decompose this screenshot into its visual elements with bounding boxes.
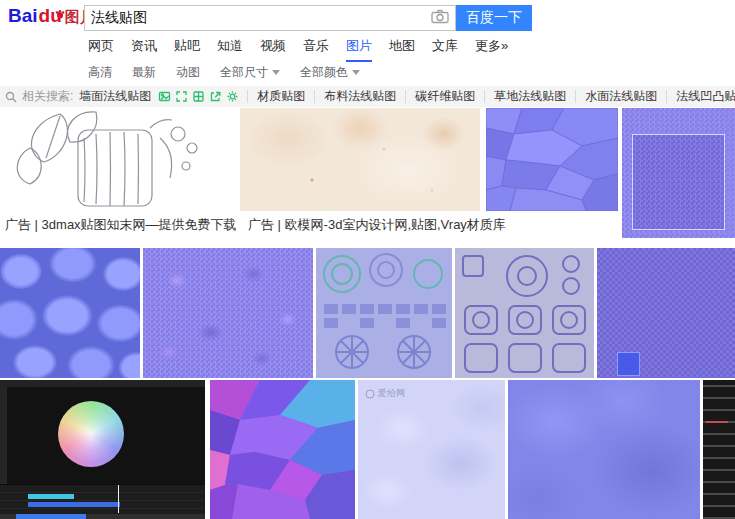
timeline-scrollbar bbox=[0, 514, 205, 519]
ad-caption[interactable]: 广告 | 3dmax贴图知末网—提供免费下载 bbox=[5, 216, 237, 234]
baidu-logo[interactable]: Bai du 图片 bbox=[8, 5, 95, 27]
timeline-clip-blue bbox=[28, 502, 120, 507]
filter-gif-label: 动图 bbox=[176, 64, 200, 81]
framed-inner-region bbox=[632, 134, 725, 230]
tile-mechanical-normal-map[interactable] bbox=[455, 248, 594, 378]
tab-more[interactable]: 更多» bbox=[475, 37, 508, 62]
tile-sketch-lineart-ad[interactable] bbox=[0, 108, 233, 211]
share-icon[interactable] bbox=[209, 90, 222, 103]
tile-periwinkle-normal-map[interactable] bbox=[508, 380, 700, 519]
filter-size-dropdown[interactable]: 全部尺寸 bbox=[220, 64, 280, 81]
filter-color-label: 全部颜色 bbox=[300, 64, 348, 81]
filter-newest-label: 最新 bbox=[132, 64, 156, 81]
related-search-bar: 相关搜索: 墙面法线贴图 材质贴图 布料法线贴图 碳纤维贴图 草地法线贴图 水面… bbox=[0, 86, 735, 107]
filter-hd-label: 高清 bbox=[88, 64, 112, 81]
image-icon[interactable] bbox=[158, 90, 171, 103]
editor-menubar bbox=[0, 380, 205, 387]
editor-viewport bbox=[0, 387, 205, 485]
settings-icon[interactable] bbox=[226, 90, 239, 103]
filter-gif[interactable]: 动图 bbox=[176, 64, 200, 81]
caret-down-icon bbox=[272, 70, 280, 75]
tab-zhidao[interactable]: 知道 bbox=[217, 37, 243, 62]
tab-wenku[interactable]: 文库 bbox=[432, 37, 458, 62]
tab-webpage[interactable]: 网页 bbox=[88, 37, 114, 62]
related-chip[interactable]: 草地法线贴图 bbox=[484, 90, 575, 103]
crystal-facets bbox=[210, 380, 355, 519]
voronoi-facets bbox=[486, 108, 618, 211]
tile-dark-settings-strip[interactable] bbox=[703, 380, 735, 519]
watermark: 爱给网 bbox=[365, 387, 405, 400]
image-filter-bar: 高清 最新 动图 全部尺寸 全部颜色 bbox=[88, 64, 360, 81]
tile-voronoi-normal-map[interactable] bbox=[486, 108, 618, 211]
related-chip[interactable]: 材质贴图 bbox=[247, 90, 314, 103]
mechanical-shapes bbox=[455, 248, 594, 378]
filter-newest[interactable]: 最新 bbox=[132, 64, 156, 81]
baidu-paw-icon bbox=[55, 2, 65, 24]
tile-rock-normal-map[interactable] bbox=[143, 248, 313, 378]
related-chip[interactable]: 水面法线贴图 bbox=[575, 90, 666, 103]
related-primary-term[interactable]: 墙面法线贴图 bbox=[79, 88, 151, 105]
ad-caption[interactable]: 广告 | 欧模网-3d室内设计网,贴图,Vray材质库 bbox=[248, 216, 506, 234]
related-chip[interactable]: 碳纤维贴图 bbox=[405, 90, 484, 103]
blue-square-patch bbox=[617, 352, 640, 376]
search-submit-button[interactable]: 百度一下 bbox=[456, 5, 532, 31]
tab-maps[interactable]: 地图 bbox=[389, 37, 415, 62]
watermark-logo-icon bbox=[365, 389, 375, 399]
tile-carved-panel-normal-map[interactable] bbox=[316, 248, 452, 378]
tile-marble-texture-ad[interactable] bbox=[240, 108, 480, 211]
tab-images-active[interactable]: 图片 bbox=[346, 37, 372, 62]
filter-hd[interactable]: 高清 bbox=[88, 64, 112, 81]
logo-part-du: du bbox=[39, 5, 62, 27]
timeline-clip-cyan bbox=[28, 494, 74, 499]
baidu-image-search-page: Bai du 图片 百度一下 网页 资讯 贴吧 知道 视频 音乐 图片 地图 文… bbox=[0, 0, 735, 519]
related-search-label: 相关搜索: bbox=[22, 88, 73, 105]
tile-cell-normal-map[interactable] bbox=[0, 248, 140, 378]
magnifier-icon bbox=[5, 91, 17, 103]
timeline-scroll-thumb bbox=[16, 514, 86, 519]
tile-video-editor-normal-sphere[interactable] bbox=[0, 380, 205, 519]
caret-down-icon bbox=[352, 70, 360, 75]
filter-color-dropdown[interactable]: 全部颜色 bbox=[300, 64, 360, 81]
grid-icon[interactable] bbox=[192, 90, 205, 103]
timeline-playhead bbox=[118, 485, 119, 513]
sketch-drawing bbox=[0, 108, 233, 211]
search-box bbox=[84, 5, 456, 31]
filter-size-label: 全部尺寸 bbox=[220, 64, 268, 81]
red-text-line bbox=[706, 421, 728, 423]
tile-framed-noise-normal-map[interactable] bbox=[622, 108, 735, 238]
tab-news[interactable]: 资讯 bbox=[131, 37, 157, 62]
vertical-nav-tabs: 网页 资讯 贴吧 知道 视频 音乐 图片 地图 文库 更多» bbox=[88, 37, 508, 62]
carved-panel-shapes bbox=[316, 248, 452, 378]
logo-part-bai: Bai bbox=[8, 5, 38, 27]
tab-tieba[interactable]: 贴吧 bbox=[174, 37, 200, 62]
related-chip[interactable]: 布料法线贴图 bbox=[314, 90, 405, 103]
related-chip[interactable]: 法线凹凸贴图 bbox=[666, 90, 735, 103]
tab-video[interactable]: 视频 bbox=[260, 37, 286, 62]
tile-rough-normal-map[interactable] bbox=[597, 248, 735, 378]
editor-side-panel bbox=[0, 387, 7, 485]
fullscreen-icon[interactable] bbox=[175, 90, 188, 103]
normal-sphere bbox=[58, 401, 124, 467]
tile-light-normal-map[interactable]: 爱给网 bbox=[358, 380, 505, 519]
tile-crystal-normal-map[interactable] bbox=[210, 380, 355, 519]
search-input[interactable] bbox=[85, 10, 431, 26]
related-tool-icons bbox=[158, 90, 239, 103]
watermark-text: 爱给网 bbox=[378, 387, 405, 400]
tab-music[interactable]: 音乐 bbox=[303, 37, 329, 62]
editor-timeline bbox=[0, 484, 205, 519]
camera-icon[interactable] bbox=[431, 9, 449, 28]
